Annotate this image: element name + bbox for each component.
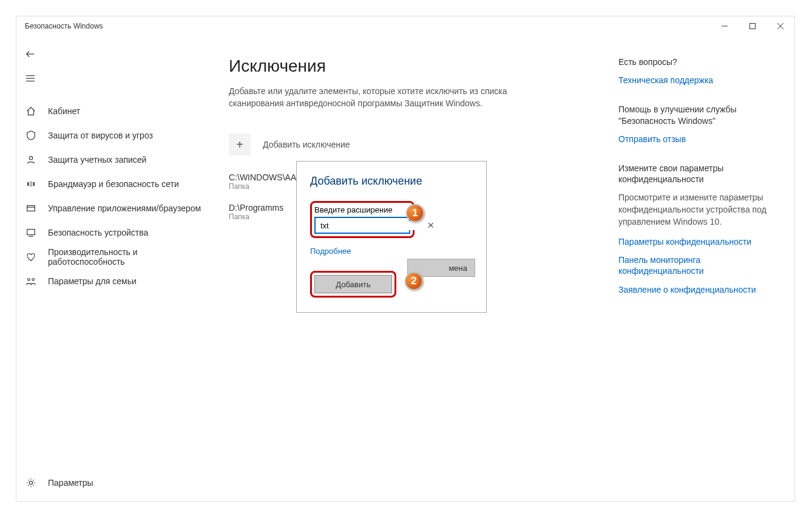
- app-icon: [25, 203, 37, 214]
- sidebar-item-appbrowser[interactable]: Управление приложениями/браузером: [16, 196, 217, 220]
- sidebar-item-firewall[interactable]: Брандмауэр и безопасность сети: [16, 172, 217, 196]
- callout-badge-1: 1: [406, 204, 424, 222]
- sidebar-item-label: Параметры для семьи: [48, 276, 137, 286]
- sidebar-item-account[interactable]: Защита учетных записей: [16, 148, 217, 172]
- sidebar-item-settings[interactable]: Параметры: [16, 471, 217, 495]
- privacy-statement-link[interactable]: Заявление о конфиденциальности: [618, 284, 782, 295]
- shield-icon: [25, 130, 37, 141]
- window-title: Безопасность Windows: [25, 22, 103, 30]
- sidebar-item-label: Брандмауэр и безопасность сети: [48, 179, 179, 189]
- sidebar-item-performance[interactable]: Производительность и работоспособность: [16, 245, 217, 269]
- more-link[interactable]: Подробнее: [310, 247, 351, 256]
- add-button-label: Добавить: [336, 280, 370, 289]
- sidebar-item-home[interactable]: Кабинет: [16, 99, 217, 123]
- sidebar-item-label: Управление приложениями/браузером: [48, 203, 201, 213]
- privacy-dashboard-link[interactable]: Панель мониторинга конфиденциальности: [618, 254, 782, 276]
- extension-input[interactable]: [316, 221, 427, 230]
- sidebar-item-label: Безопасность устройства: [48, 228, 148, 237]
- svg-point-8: [29, 157, 32, 160]
- heart-icon: [25, 251, 37, 262]
- family-icon: [25, 276, 37, 287]
- aside-title: Измените свои параметры конфиденциальнос…: [618, 163, 782, 185]
- sidebar-item-label: Производительность и работоспособность: [48, 247, 217, 267]
- add-exclusion-dialog: Добавить исключение Введите расширение ✕…: [296, 161, 487, 313]
- sidebar-item-family[interactable]: Параметры для семьи: [16, 269, 217, 293]
- minimize-button[interactable]: [711, 16, 739, 36]
- dialog-title: Добавить исключение: [310, 175, 473, 188]
- page-description: Добавьте или удалите элементы, которые х…: [229, 86, 532, 109]
- aside-title: Помощь в улучшении службы "Безопасность …: [618, 104, 782, 126]
- add-exclusion-button[interactable]: + Добавить исключение: [229, 134, 600, 155]
- privacy-settings-link[interactable]: Параметры конфиденциальности: [618, 236, 782, 247]
- sidebar: Кабинет Защита от вирусов и угроз Защита…: [16, 36, 217, 501]
- support-link[interactable]: Техническая поддержка: [618, 75, 782, 86]
- cancel-button-label: мена: [448, 264, 467, 273]
- sidebar-item-label: Параметры: [48, 478, 93, 488]
- home-icon: [25, 106, 37, 117]
- titlebar: Безопасность Windows: [16, 16, 794, 36]
- aside-panel: Есть вопросы? Техническая поддержка Помо…: [618, 36, 794, 501]
- account-icon: [25, 154, 37, 165]
- sidebar-item-label: Защита от вирусов и угроз: [48, 131, 153, 140]
- sidebar-item-label: Кабинет: [48, 106, 80, 116]
- svg-rect-1: [750, 24, 756, 29]
- hamburger-button[interactable]: [16, 66, 217, 90]
- extension-label: Введите расширение: [314, 205, 410, 214]
- caption-buttons: [711, 16, 794, 36]
- page-title: Исключения: [229, 56, 600, 76]
- sidebar-item-label: Защита учетных записей: [48, 155, 146, 165]
- add-exclusion-label: Добавить исключение: [263, 140, 350, 149]
- sidebar-item-device[interactable]: Безопасность устройства: [16, 220, 217, 245]
- svg-point-15: [29, 481, 32, 484]
- svg-point-13: [28, 279, 30, 281]
- wifi-icon: [25, 179, 37, 189]
- extension-field-group: Введите расширение ✕: [310, 201, 414, 238]
- plus-icon: +: [229, 134, 251, 155]
- close-button[interactable]: [766, 16, 794, 36]
- aside-title: Есть вопросы?: [618, 56, 782, 67]
- add-button[interactable]: Добавить: [314, 275, 392, 293]
- device-icon: [25, 227, 37, 238]
- aside-text: Просмотрите и измените параметры конфиде…: [618, 192, 782, 228]
- svg-rect-9: [27, 206, 35, 211]
- gear-icon: [25, 477, 37, 488]
- clear-input-icon[interactable]: ✕: [427, 220, 435, 230]
- sidebar-item-virus[interactable]: Защита от вирусов и угроз: [16, 123, 217, 148]
- feedback-link[interactable]: Отправить отзыв: [618, 134, 782, 145]
- svg-point-14: [32, 279, 35, 281]
- back-button[interactable]: [16, 42, 217, 66]
- svg-rect-11: [27, 230, 35, 235]
- maximize-button[interactable]: [739, 16, 766, 36]
- callout-badge-2: 2: [405, 272, 423, 290]
